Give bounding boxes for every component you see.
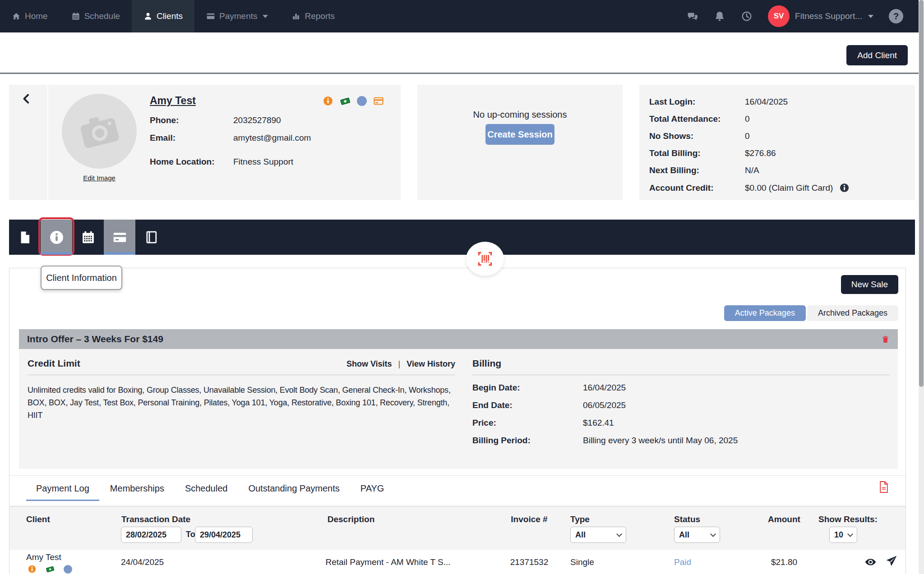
stat-value: 16/04/2025 xyxy=(745,97,915,107)
col-client: Client xyxy=(26,514,50,524)
delete-package-button[interactable] xyxy=(881,335,890,344)
email-field: Email: amytest@gmail.com xyxy=(150,133,393,143)
barcode-scan-button[interactable] xyxy=(466,242,504,276)
help-icon[interactable] xyxy=(889,9,903,23)
col-description: Description xyxy=(317,514,385,524)
billing-value: 06/05/2025 xyxy=(583,400,890,410)
photo-placeholder xyxy=(62,94,137,169)
client-badges xyxy=(323,96,384,106)
send-icon xyxy=(885,555,897,567)
view-receipt-button[interactable] xyxy=(864,556,877,568)
edit-image-link[interactable]: Edit Image xyxy=(83,174,116,182)
view-history-link[interactable]: View History xyxy=(407,359,455,369)
billing-label: Billing Period: xyxy=(472,436,583,445)
back-icon[interactable] xyxy=(21,93,32,105)
no-sessions-message: No up-coming sessions xyxy=(473,110,567,120)
client-section-tabbar xyxy=(9,220,915,255)
blue-dot-icon[interactable] xyxy=(357,96,367,106)
date-to-input[interactable] xyxy=(195,527,253,543)
stat-row: Total Billing:$276.86 xyxy=(649,148,915,158)
tab-payment-log[interactable]: Payment Log xyxy=(26,476,99,501)
email-value: amytest@gmail.com xyxy=(233,133,393,143)
col-invoice: Invoice # xyxy=(495,514,563,524)
messages-icon[interactable] xyxy=(687,10,698,22)
phone-value: 2032527890 xyxy=(233,115,393,125)
client-stats-card: Last Login:16/04/2025 Total Attendance:0… xyxy=(639,85,915,200)
col-transaction-date: Transaction Date xyxy=(121,514,190,524)
billing-row: End Date:06/05/2025 xyxy=(472,400,890,410)
nav-item-label: Schedule xyxy=(84,11,120,21)
notifications-icon[interactable] xyxy=(714,10,725,22)
create-session-button[interactable]: Create Session xyxy=(485,124,554,145)
tab-client-information[interactable] xyxy=(41,220,72,255)
client-details: Amy Test Phone: 2032527890 Email: amytes… xyxy=(150,95,393,167)
row-invoice: 21371532 xyxy=(495,557,563,567)
home-location-label: Home Location: xyxy=(150,157,233,167)
calendar-icon xyxy=(81,230,96,245)
date-from-input[interactable] xyxy=(121,527,181,543)
export-pdf-button[interactable] xyxy=(878,481,889,493)
type-filter-select[interactable]: All xyxy=(570,527,626,543)
stat-label: Last Login: xyxy=(649,97,745,107)
show-visits-link[interactable]: Show Visits xyxy=(346,359,392,369)
stat-value: 0 xyxy=(745,131,915,141)
billing-value: $162.41 xyxy=(583,418,890,428)
active-packages-button[interactable]: Active Packages xyxy=(724,305,806,321)
nav-item-label: Home xyxy=(25,11,48,21)
info-icon[interactable] xyxy=(28,565,37,574)
top-nav: Home Schedule Clients Payments Reports xyxy=(0,0,924,32)
credit-limit-heading: Credit Limit xyxy=(28,358,80,369)
nav-item-home[interactable]: Home xyxy=(0,0,60,32)
row-status-link[interactable]: Paid xyxy=(674,557,691,567)
row-client-name[interactable]: Amy Test xyxy=(26,552,61,562)
send-receipt-button[interactable] xyxy=(885,555,897,567)
show-results-wrap: 10 xyxy=(829,527,857,543)
phone-field: Phone: 2032527890 xyxy=(150,115,393,125)
row-amount: $21.80 xyxy=(750,557,818,567)
stat-value: N/A xyxy=(745,165,915,175)
tab-memberships[interactable]: Memberships xyxy=(100,476,174,501)
scrollbar[interactable] xyxy=(919,0,924,574)
credit-card-icon[interactable] xyxy=(373,96,384,106)
account-menu[interactable]: Fitness Support... xyxy=(795,11,873,21)
nav-item-clients[interactable]: Clients xyxy=(132,0,194,32)
person-icon xyxy=(143,12,152,21)
nav-item-schedule[interactable]: Schedule xyxy=(60,0,132,32)
tab-notes[interactable] xyxy=(135,220,167,255)
tab-outstanding-payments[interactable]: Outstanding Payments xyxy=(238,476,349,501)
tab-scheduled[interactable]: Scheduled xyxy=(175,476,238,501)
scrollbar-thumb[interactable] xyxy=(919,0,924,387)
show-results-select[interactable]: 10 xyxy=(829,527,857,543)
billing-value: Billing every 3 week/s until May 06, 202… xyxy=(583,436,890,445)
info-icon[interactable] xyxy=(323,96,333,106)
history-icon[interactable] xyxy=(741,10,753,22)
stat-row: No Shows:0 xyxy=(649,131,915,141)
blue-dot-icon[interactable] xyxy=(64,565,72,574)
client-summary-card: Edit Image Amy Test Phone: 2032527890 Em… xyxy=(48,85,401,200)
tab-schedule[interactable] xyxy=(72,220,104,255)
stat-value: $0.00 (Claim Gift Card) xyxy=(745,183,833,193)
client-name-link[interactable]: Amy Test xyxy=(150,95,196,107)
billing-value: 16/04/2025 xyxy=(583,383,890,393)
nav-item-payments[interactable]: Payments xyxy=(194,0,280,32)
cash-icon[interactable] xyxy=(340,96,351,106)
camera-icon xyxy=(76,108,123,155)
add-client-button[interactable]: Add Client xyxy=(846,45,908,65)
new-sale-button[interactable]: New Sale xyxy=(841,275,898,294)
upcoming-sessions-card: No up-coming sessions Create Session xyxy=(417,85,623,200)
info-icon[interactable] xyxy=(839,183,850,193)
avatar[interactable]: SV xyxy=(768,5,790,27)
package-details: Credit Limit Show Visits | View History … xyxy=(19,349,898,469)
status-filter-select[interactable]: All xyxy=(674,527,720,543)
tab-documents[interactable] xyxy=(9,220,41,255)
cash-icon[interactable] xyxy=(46,565,55,574)
phone-label: Phone: xyxy=(150,115,233,125)
tab-payments[interactable] xyxy=(104,220,135,255)
package-title: Intro Offer – 3 Weeks For $149 xyxy=(27,334,163,344)
package-header-bar: Intro Offer – 3 Weeks For $149 xyxy=(19,329,898,349)
tab-payg[interactable]: PAYG xyxy=(351,476,394,501)
nav-item-reports[interactable]: Reports xyxy=(280,0,346,32)
nav-item-label: Clients xyxy=(157,11,183,21)
tooltip: Client Information xyxy=(41,266,122,290)
archived-packages-button[interactable]: Archived Packages xyxy=(807,305,898,321)
